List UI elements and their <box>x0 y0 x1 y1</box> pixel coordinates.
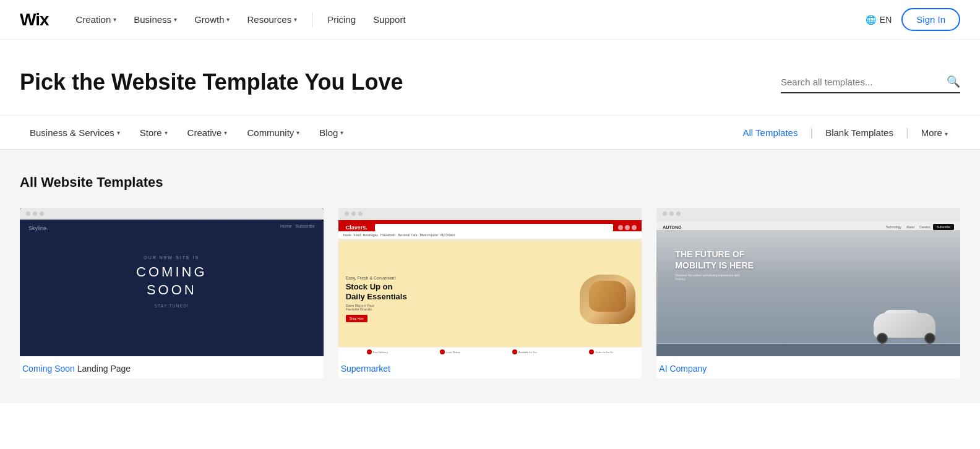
browser-dot <box>676 212 681 216</box>
sm-bread-image <box>580 275 635 324</box>
search-input[interactable] <box>781 77 942 87</box>
browser-dot <box>33 212 37 216</box>
sign-in-button[interactable]: Sign In <box>901 8 960 31</box>
sm-bottom-icon <box>512 349 517 354</box>
chevron-down-icon: ▾ <box>296 129 299 136</box>
sm-icon <box>632 225 637 230</box>
nav-business[interactable]: Business ▾ <box>126 9 184 30</box>
sm-icon <box>625 225 630 230</box>
category-navigation: Business & Services ▾ Store ▾ Creative ▾… <box>0 115 980 150</box>
cat-store[interactable]: Store ▾ <box>130 122 178 143</box>
sm-nav: Deals Food Beverages Household Personal … <box>338 231 642 239</box>
search-icon[interactable]: 🔍 <box>947 75 960 88</box>
chevron-down-icon: ▾ <box>174 16 177 23</box>
globe-icon: 🌐 <box>866 15 876 25</box>
browser-bar <box>338 208 642 220</box>
sm-bottom-bar: Free Delivery Local Pickup Available for… <box>338 347 642 356</box>
nav-divider <box>312 12 312 27</box>
sm-nav-item: Food <box>353 233 360 237</box>
template-thumbnail: Skyline. Home Subscribe OUR NEW SITE IS … <box>20 208 324 356</box>
ai-logo: AUTONO <box>663 225 681 229</box>
template-name-link1[interactable]: Coming Soon <box>22 364 75 374</box>
ai-car <box>867 307 942 344</box>
browser-dot <box>351 212 356 216</box>
chevron-down-icon: ▾ <box>113 16 116 23</box>
cat-nav-left: Business & Services ▾ Store ▾ Creative ▾… <box>20 122 353 143</box>
coming-soon-content: OUR NEW SITE IS COMINGSOON STAY TUNED! <box>136 255 207 308</box>
sm-nav-item: Household <box>380 233 395 237</box>
sm-search <box>375 224 614 231</box>
template-preview-ai: AUTONO Technology About Careers Subscrib… <box>656 208 960 356</box>
template-name-part2: Landing Page <box>77 364 131 374</box>
sm-icon <box>618 225 623 230</box>
template-label: Supermarket <box>338 356 642 378</box>
chevron-down-icon: ▾ <box>294 16 297 23</box>
sm-nav-item: Deals <box>343 233 351 237</box>
cat-business-services[interactable]: Business & Services ▾ <box>20 122 130 143</box>
sm-cta: Shop Now <box>346 315 368 322</box>
cat-more[interactable]: More ▾ <box>909 122 960 143</box>
sm-nav-item: Beverages <box>363 233 378 237</box>
sm-bottom-icon <box>440 349 445 354</box>
search-bar: 🔍 <box>781 71 960 93</box>
coming-soon-title: COMINGSOON <box>136 263 207 299</box>
browser-dot <box>669 212 674 216</box>
cat-community[interactable]: Community ▾ <box>237 122 309 143</box>
cat-nav-right: All Templates | Blank Templates | More ▾ <box>731 122 960 143</box>
ai-car-wheel-rear <box>924 333 935 344</box>
nav-growth[interactable]: Growth ▾ <box>187 9 237 30</box>
sm-text: Easy, Fresh & Convenient Stock Up onDail… <box>338 271 580 327</box>
browser-bar <box>656 208 960 220</box>
browser-dot <box>358 212 363 216</box>
sm-nav-item: My Orders <box>441 233 455 237</box>
template-card-coming-soon[interactable]: Skyline. Home Subscribe OUR NEW SITE IS … <box>20 208 324 378</box>
browser-dot <box>26 212 30 216</box>
nav-links: Creation ▾ Business ▾ Growth ▾ Resources… <box>69 9 413 30</box>
template-thumbnail: Clavers. Deals Food Beverages Household <box>338 208 642 356</box>
template-preview-supermarket: Clavers. Deals Food Beverages Household <box>338 208 642 356</box>
template-card-supermarket[interactable]: Clavers. Deals Food Beverages Household <box>338 208 642 378</box>
template-card-ai-company[interactable]: AUTONO Technology About Careers Subscrib… <box>656 208 960 378</box>
nav-pricing[interactable]: Pricing <box>320 9 363 30</box>
chevron-down-icon: ▾ <box>340 129 343 136</box>
ai-nav-item: Careers <box>919 225 931 229</box>
sm-tagline: Easy, Fresh & Convenient <box>346 276 573 280</box>
sm-bottom-item: Free Delivery <box>367 349 388 354</box>
sm-headline: Stock Up onDaily Essentials <box>346 282 573 301</box>
nav-resources[interactable]: Resources ▾ <box>239 9 304 30</box>
browser-dot <box>40 212 44 216</box>
sm-bottom-icon <box>367 349 372 354</box>
sm-bottom-item: Available for You <box>512 349 537 354</box>
chevron-down-icon: ▾ <box>945 130 948 137</box>
chevron-down-icon: ▾ <box>226 16 230 23</box>
cat-creative[interactable]: Creative ▾ <box>178 122 238 143</box>
browser-dot <box>663 212 667 216</box>
ai-body: THE FUTURE OFMOBILITY IS HERE Discover t… <box>656 230 960 356</box>
chevron-down-icon: ▾ <box>165 129 168 136</box>
page-title: Pick the Website Template You Love <box>20 69 403 95</box>
cat-all-templates[interactable]: All Templates <box>731 122 810 143</box>
sm-sub: Save Big on YourFavorite Brands <box>346 304 573 311</box>
template-label: Coming Soon Landing Page <box>20 356 324 378</box>
browser-dot <box>345 212 349 216</box>
cat-blog[interactable]: Blog ▾ <box>309 122 353 143</box>
template-name-link[interactable]: AI Company <box>659 364 707 374</box>
top-navigation: Wix Creation ▾ Business ▾ Growth ▾ Resou… <box>0 0 980 40</box>
ai-car-wheel-front <box>877 333 888 344</box>
template-name-link[interactable]: Supermarket <box>341 364 390 374</box>
sm-bottom-item: Order on the Go <box>589 349 613 354</box>
ai-nav-items: Technology About Careers <box>886 225 931 229</box>
nav-links-preview: Home Subscribe <box>280 224 315 228</box>
wix-logo[interactable]: Wix <box>20 10 49 30</box>
language-selector[interactable]: 🌐 EN <box>866 15 892 25</box>
cat-blank-templates[interactable]: Blank Templates <box>813 122 906 143</box>
templates-grid: Skyline. Home Subscribe OUR NEW SITE IS … <box>20 208 960 378</box>
nav-creation[interactable]: Creation ▾ <box>69 9 124 30</box>
chevron-down-icon: ▾ <box>224 129 227 136</box>
sm-body: Easy, Fresh & Convenient Stock Up onDail… <box>338 242 642 356</box>
coming-soon-subtitle: STAY TUNED! <box>136 304 207 309</box>
sm-nav-item: Personal Care <box>398 233 418 237</box>
template-thumbnail: AUTONO Technology About Careers Subscrib… <box>656 208 960 356</box>
nav-support[interactable]: Support <box>366 9 413 30</box>
chevron-down-icon: ▾ <box>117 129 120 136</box>
